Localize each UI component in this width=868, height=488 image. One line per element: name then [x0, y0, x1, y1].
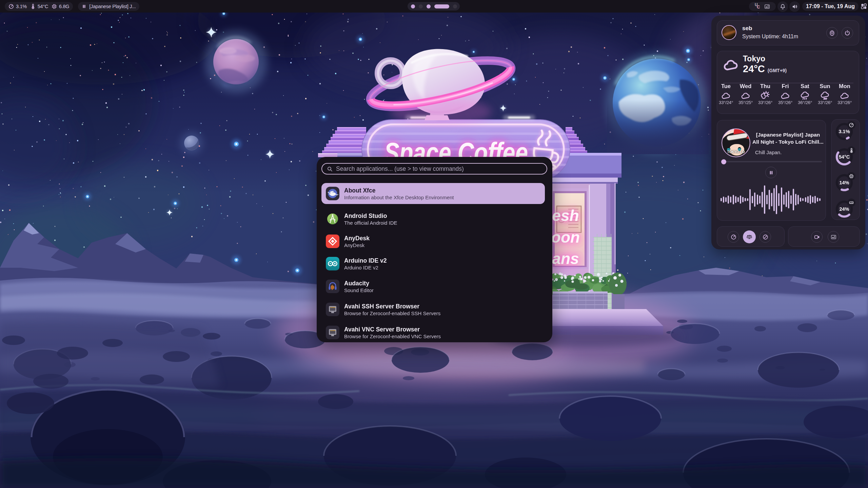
svg-text:3.1%: 3.1%: [839, 129, 850, 134]
svg-text:esh: esh: [552, 207, 579, 224]
svg-text:oon: oon: [551, 228, 580, 246]
svg-text:54°C: 54°C: [839, 154, 850, 160]
svg-text:14%: 14%: [839, 180, 849, 185]
svg-text:24%: 24%: [839, 206, 849, 212]
svg-text:ans: ans: [552, 250, 579, 267]
